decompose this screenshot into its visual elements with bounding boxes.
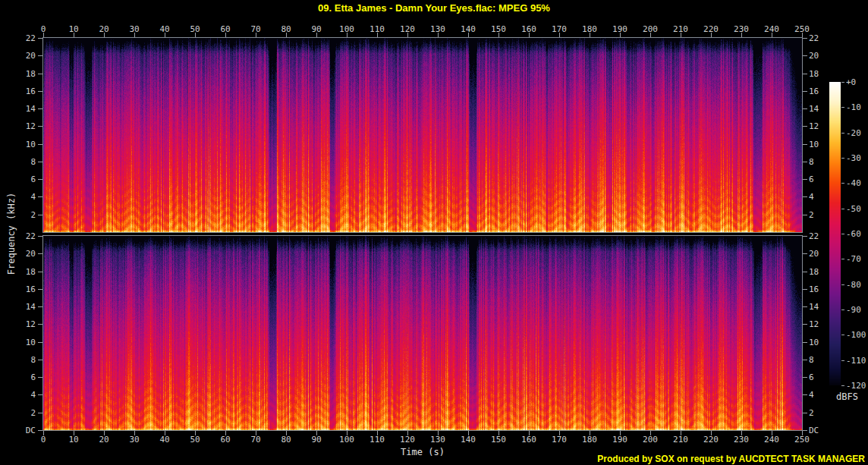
credit-text: Produced by SOX on request by AUCDTECT T… — [597, 454, 865, 464]
freq-tick-mark — [803, 162, 807, 162]
time-tick-label: 70 — [250, 25, 260, 33]
freq-tick-mark — [38, 272, 42, 272]
freq-tick-label: 2 — [809, 409, 814, 417]
time-tick-label: 170 — [552, 435, 567, 444]
time-tick-label: 70 — [250, 435, 260, 444]
time-tick-label: 240 — [764, 435, 779, 444]
freq-tick-label: 8 — [0, 356, 36, 364]
freq-tick-mark — [803, 430, 807, 431]
freq-tick-label: 20 — [0, 52, 36, 60]
spectrogram-canvas-left — [43, 38, 802, 232]
time-tick-label: 250 — [794, 25, 810, 33]
freq-tick-label: 22 — [0, 34, 36, 42]
time-tick-label: 50 — [190, 25, 200, 33]
freq-tick-mark — [38, 162, 42, 162]
freq-tick-label: 4 — [809, 391, 814, 399]
freq-tick-label: 14 — [809, 303, 819, 311]
freq-tick-mark — [38, 413, 42, 413]
freq-tick-mark — [38, 289, 42, 290]
title-text: 09. Etta James - Damn Your Eyes.flac: MP… — [0, 2, 868, 14]
freq-tick-mark — [803, 289, 807, 290]
time-tick-label: 30 — [129, 435, 139, 444]
spectrogram-channel-right — [42, 235, 803, 431]
spectrogram-channel-left — [42, 37, 803, 233]
time-tick-label: 210 — [673, 25, 688, 33]
freq-tick-mark — [803, 196, 807, 197]
freq-tick-mark — [38, 55, 42, 56]
time-tick-label: 240 — [764, 25, 779, 33]
freq-tick-mark — [38, 179, 42, 180]
freq-tick-mark — [38, 74, 42, 74]
time-tick-label: 120 — [400, 25, 415, 33]
time-tick-label: 180 — [582, 25, 597, 33]
freq-tick-mark — [803, 324, 807, 325]
freq-tick-mark — [38, 38, 42, 39]
freq-tick-mark — [38, 253, 42, 254]
freq-tick-label: 18 — [0, 70, 36, 78]
colorbar-tick-mark — [841, 107, 844, 108]
freq-tick-mark — [38, 126, 42, 127]
time-tick-label: 140 — [461, 25, 476, 33]
time-tick-label: 10 — [68, 25, 78, 33]
colorbar-tick-mark — [841, 158, 844, 159]
colorbar-tick-mark — [841, 209, 844, 209]
freq-tick-label: 6 — [0, 373, 36, 382]
time-tick-label: 100 — [339, 25, 354, 33]
freq-tick-mark — [38, 196, 42, 197]
colorbar-tick-label: -70 — [846, 255, 861, 263]
freq-tick-mark — [803, 144, 807, 145]
colorbar-tick-label: -20 — [846, 129, 861, 137]
time-tick-label: 170 — [552, 25, 567, 33]
freq-tick-label: 20 — [809, 250, 819, 258]
freq-tick-mark — [803, 91, 807, 92]
freq-tick-label: 2 — [809, 211, 814, 219]
freq-tick-mark — [803, 272, 807, 272]
freq-tick-mark — [803, 413, 807, 413]
time-tick-label: 150 — [491, 435, 506, 444]
colorbar-tick-label: -120 — [846, 382, 866, 390]
freq-tick-label: 20 — [809, 52, 819, 60]
colorbar-tick-mark — [841, 183, 844, 184]
time-tick-label: 130 — [430, 435, 445, 444]
freq-tick-label: 16 — [809, 285, 819, 294]
colorbar-tick-label: -80 — [846, 281, 861, 289]
freq-tick-mark — [38, 306, 42, 307]
freq-tick-mark — [803, 126, 807, 127]
time-tick-label: 230 — [734, 25, 749, 33]
time-tick-label: 220 — [703, 25, 719, 33]
freq-tick-mark — [38, 108, 42, 109]
freq-tick-label: 6 — [809, 373, 814, 382]
freq-tick-label: 4 — [0, 391, 36, 399]
colorbar-tick-label: -50 — [846, 205, 861, 213]
colorbar-tick-mark — [841, 335, 844, 335]
freq-tick-label: 2 — [0, 409, 36, 417]
colorbar-tick-label: -60 — [846, 230, 861, 238]
freq-tick-mark — [803, 306, 807, 307]
freq-tick-mark — [38, 360, 42, 360]
freq-tick-mark — [803, 377, 807, 378]
freq-tick-label: DC — [809, 426, 819, 435]
freq-tick-mark — [803, 215, 807, 215]
freq-tick-mark — [38, 324, 42, 325]
colorbar-tick-mark — [841, 385, 844, 386]
time-tick-label: 0 — [41, 25, 46, 33]
spectrogram-canvas-right — [43, 236, 802, 430]
time-tick-label: 190 — [612, 25, 627, 33]
dbfs-unit-label: dBFS — [836, 391, 858, 402]
time-tick-label: 150 — [491, 25, 506, 33]
freq-tick-mark — [803, 236, 807, 237]
freq-tick-label: 22 — [809, 34, 819, 42]
freq-tick-mark — [803, 38, 807, 39]
freq-tick-mark — [38, 91, 42, 92]
time-tick-label: 20 — [99, 435, 108, 444]
freq-tick-label: 18 — [809, 268, 819, 276]
freq-tick-mark — [38, 144, 42, 145]
freq-tick-label: 16 — [0, 87, 36, 96]
freq-tick-label: 10 — [0, 140, 36, 149]
time-tick-label: 30 — [129, 25, 139, 33]
time-tick-label: 0 — [41, 435, 46, 444]
frequency-axis-label: Frequency (kHz) — [6, 193, 17, 275]
time-tick-label: 40 — [159, 435, 169, 444]
colorbar-tick-mark — [841, 309, 844, 310]
time-tick-label: 140 — [461, 435, 476, 444]
